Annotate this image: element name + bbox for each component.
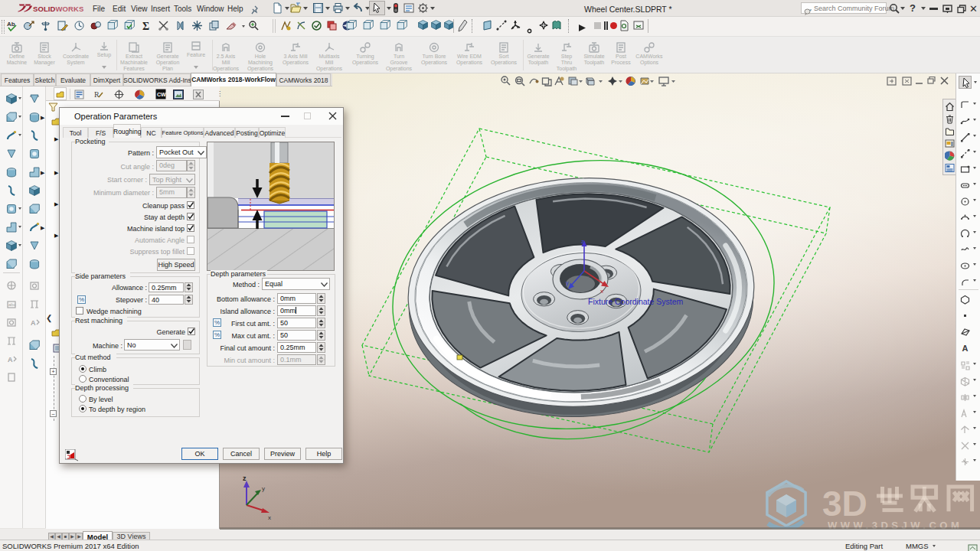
- svg-text:Σ: Σ: [142, 21, 149, 31]
- svg-text:z: z: [581, 238, 584, 245]
- svg-text:CW: CW: [157, 92, 166, 97]
- svg-text:y: y: [262, 485, 265, 492]
- svg-text:x: x: [268, 514, 271, 521]
- svg-text:x: x: [600, 288, 603, 295]
- svg-text:3D: 3D: [822, 484, 867, 523]
- svg-text:abc: abc: [8, 302, 16, 307]
- svg-text:Ab: Ab: [7, 21, 15, 28]
- svg-text:A: A: [31, 319, 36, 327]
- svg-text:y: y: [566, 279, 569, 286]
- svg-text:R: R: [94, 90, 100, 99]
- svg-text:Fixture Coordinate System: Fixture Coordinate System: [588, 297, 684, 306]
- svg-text:z: z: [243, 474, 247, 482]
- svg-text:A: A: [962, 344, 969, 353]
- svg-text:A: A: [8, 356, 13, 364]
